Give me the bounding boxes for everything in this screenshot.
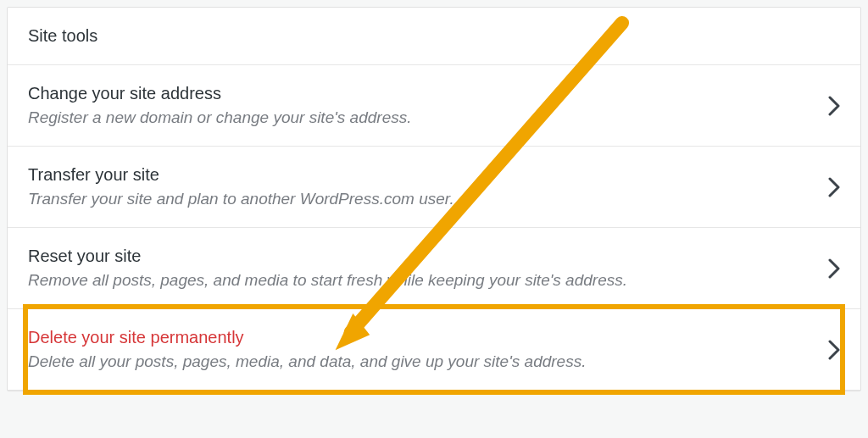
row-title: Transfer your site	[28, 165, 815, 185]
row-text: Delete your site permanently Delete all …	[28, 328, 815, 371]
row-delete-site[interactable]: Delete your site permanently Delete all …	[8, 309, 860, 391]
chevron-right-icon	[828, 340, 840, 360]
row-reset-site[interactable]: Reset your site Remove all posts, pages,…	[8, 228, 860, 309]
site-tools-panel: Site tools Change your site address Regi…	[7, 7, 861, 391]
row-title: Delete your site permanently	[28, 328, 815, 347]
row-text: Transfer your site Transfer your site an…	[28, 165, 815, 208]
chevron-right-icon	[828, 258, 840, 279]
row-title: Change your site address	[28, 84, 815, 103]
chevron-right-icon	[828, 96, 840, 116]
row-description: Delete all your posts, pages, media, and…	[28, 352, 815, 371]
panel-header: Site tools	[8, 8, 860, 65]
row-title: Reset your site	[28, 247, 815, 266]
chevron-right-icon	[828, 177, 840, 197]
row-description: Remove all posts, pages, and media to st…	[28, 271, 815, 290]
row-text: Change your site address Register a new …	[28, 84, 815, 127]
panel-title: Site tools	[28, 26, 97, 45]
row-description: Register a new domain or change your sit…	[28, 108, 815, 127]
row-text: Reset your site Remove all posts, pages,…	[28, 247, 815, 290]
row-description: Transfer your site and plan to another W…	[28, 190, 815, 208]
row-transfer-site[interactable]: Transfer your site Transfer your site an…	[8, 147, 860, 228]
row-change-site-address[interactable]: Change your site address Register a new …	[8, 65, 860, 147]
